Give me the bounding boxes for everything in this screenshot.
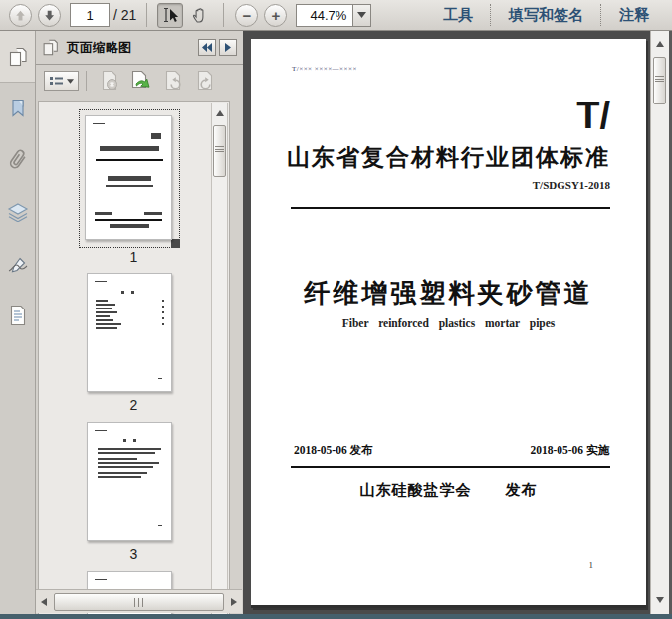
rotate-left-button[interactable] (160, 68, 186, 94)
document-title-en: Fiber reinforced plastics mortar pipes (251, 317, 646, 329)
window-bottom-edge (0, 614, 672, 619)
panel-title: 页面缩略图 (67, 39, 195, 57)
toolbar-divider (146, 3, 147, 27)
hand-tool-icon (191, 6, 209, 24)
thumbnail-page-3[interactable] (87, 422, 172, 541)
horizontal-scrollbar-thumb[interactable] (54, 593, 224, 611)
toolbar-divider (223, 3, 224, 27)
implementation-date: 2018-05-06 实施 (530, 443, 609, 458)
standard-corner-code: T/××× ××××—×××× (292, 65, 357, 73)
scroll-right-button[interactable] (226, 593, 242, 611)
scroll-down-button[interactable] (652, 592, 667, 608)
scroll-left-button[interactable] (36, 593, 52, 611)
arrow-down-icon (43, 9, 56, 22)
triangle-down-icon (656, 597, 664, 603)
paperclip-icon (8, 148, 28, 172)
next-page-button[interactable] (38, 4, 61, 27)
page-number-input[interactable] (70, 3, 110, 27)
select-tool-button[interactable] (157, 3, 183, 28)
bookmark-icon (8, 98, 28, 119)
main-toolbar: / 21 − + 44.7% (0, 0, 672, 31)
expand-panel-button[interactable] (219, 39, 237, 56)
thumbnail-options-button[interactable] (44, 71, 79, 91)
thumbnail-label: 1 (39, 249, 229, 265)
document-notes-icon (9, 305, 27, 326)
triangle-right-icon (231, 598, 237, 606)
scrollbar-thumb[interactable] (213, 125, 226, 177)
delete-page-icon (100, 70, 119, 92)
chevron-down-icon (67, 79, 74, 84)
signatures-tab[interactable] (0, 238, 35, 290)
pages-icon (8, 46, 28, 68)
pages-icon (42, 38, 59, 57)
panel-header: 页面缩略图 (36, 31, 243, 65)
thumbnail-list: 1 2 (38, 101, 230, 619)
zoom-level-control[interactable]: 44.7% (296, 4, 371, 27)
scrollbar-thumb[interactable] (653, 57, 666, 104)
options-list-icon (49, 76, 64, 87)
triangle-up-icon (656, 41, 664, 47)
pdf-viewer-window: / 21 − + 44.7% (0, 0, 672, 619)
page-thumbnails-tab[interactable] (0, 31, 35, 83)
horizontal-rule (291, 207, 610, 209)
document-title-cn: 纤维增强塑料夹砂管道 (251, 276, 646, 310)
publisher-action: 发布 (506, 481, 538, 498)
toolbar-right-group: 工具 填写和签名 注释 (426, 0, 666, 30)
triangle-left-icon (41, 598, 47, 606)
chevron-right-icon (225, 43, 231, 52)
bookmarks-tab[interactable] (0, 83, 35, 134)
thumbnail-page-1[interactable] (85, 115, 172, 240)
tools-button[interactable]: 工具 (426, 6, 490, 25)
select-tool-icon (161, 6, 179, 24)
notes-tab[interactable] (0, 290, 35, 341)
thumbnail-scrollbar[interactable] (211, 103, 228, 619)
rotate-right-icon (195, 70, 215, 92)
previous-page-button[interactable] (9, 4, 32, 27)
fill-and-sign-button[interactable]: 填写和签名 (492, 6, 600, 25)
page-number: 1 (589, 560, 594, 570)
chevron-down-icon (357, 12, 366, 18)
thumbnail-page-2[interactable] (87, 273, 172, 392)
dates-row: 2018-05-06 发布 2018-05-06 实施 (294, 443, 609, 458)
double-chevron-left-icon (202, 43, 212, 52)
horizontal-rule (291, 466, 610, 468)
layers-tab[interactable] (0, 186, 35, 238)
document-page[interactable]: T/××× ××××—×××× T/ 山东省复合材料行业团体标准 T/SDGSY… (251, 39, 646, 608)
document-scrollbar[interactable] (650, 31, 669, 614)
release-date: 2018-05-06 发布 (294, 443, 373, 458)
thumbnail-horizontal-scrollbar[interactable] (36, 589, 242, 613)
standard-org-title: 山东省复合材料行业团体标准 (287, 142, 610, 173)
delete-page-button[interactable] (97, 68, 122, 94)
triangle-up-icon (216, 110, 224, 116)
zoom-in-button[interactable]: + (264, 4, 287, 27)
zoom-level-value: 44.7% (297, 8, 352, 23)
rotate-left-icon (163, 70, 183, 92)
layers-icon (7, 203, 29, 222)
navigation-pane-strip (0, 31, 36, 614)
page-count-label: / 21 (113, 7, 136, 23)
thumbnail-label: 2 (39, 397, 229, 413)
plus-icon: + (271, 8, 280, 23)
collapse-panel-button[interactable] (198, 39, 216, 56)
publisher-name: 山东硅酸盐学会 (360, 481, 472, 498)
arrow-up-icon (14, 9, 27, 22)
comment-button[interactable]: 注释 (602, 6, 666, 25)
zoom-dropdown-button[interactable] (352, 5, 370, 26)
rotate-right-button[interactable] (192, 68, 218, 94)
scroll-up-button[interactable] (652, 36, 667, 52)
hand-tool-button[interactable] (187, 3, 213, 28)
standard-number: T/SDGSY1-2018 (533, 179, 610, 191)
zoom-out-button[interactable]: − (235, 4, 258, 27)
minus-icon: − (242, 8, 251, 23)
extract-page-button[interactable] (128, 68, 154, 94)
signature-icon (7, 255, 29, 274)
page-thumbnails-panel: 页面缩略图 (36, 31, 243, 614)
scroll-up-button[interactable] (212, 105, 227, 121)
selection-handle[interactable] (171, 239, 180, 248)
thumbnail-label: 3 (39, 546, 229, 562)
extract-page-icon (130, 70, 152, 92)
thumbnails-toolbar (36, 65, 243, 97)
standard-mark: T/ (576, 95, 610, 137)
attachments-tab[interactable] (0, 134, 35, 186)
toolbar-divider (86, 71, 87, 91)
